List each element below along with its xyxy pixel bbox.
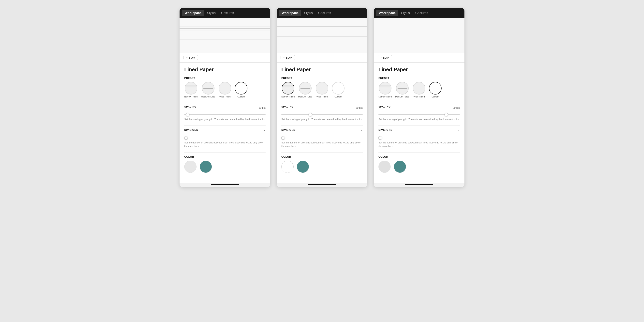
preset-narrow-label-3: Narrow Ruled [378,96,392,98]
preset-medium-3[interactable]: Medium Ruled [395,82,409,98]
page-title-2: Lined Paper [281,66,363,72]
preset-circle-custom-1 [235,82,248,94]
preview-line [276,36,368,37]
spacing-hint-3: Set the spacing of your grid. The units … [378,118,460,121]
divider-3a [378,102,460,102]
preset-circle-narrow-1 [185,82,197,94]
preview-line [180,37,270,37]
preset-wide-1[interactable]: Wide Ruled [218,82,231,98]
tab-gestures-2[interactable]: Gestures [316,10,334,16]
preset-label-1: PRESET [184,76,266,80]
spacing-slider-2[interactable] [281,114,363,115]
spacing-slider-container-3 [378,112,460,116]
back-button-3[interactable]: < Back [378,55,392,60]
divisions-value-1: 1 [264,130,266,132]
color-section-3: COLOR [378,155,460,173]
color-swatch-teal-1[interactable] [200,160,212,173]
spacing-slider-container-1 [184,112,266,116]
preset-narrow-1[interactable]: Narrow Ruled [184,82,198,98]
back-button-2[interactable]: < Back [280,55,295,60]
spacing-value-2: 30 pts [356,106,363,109]
preset-custom-1[interactable]: Custom [235,82,248,98]
divisions-label-1: DIVISIONS [184,128,198,132]
preset-narrow-label-2: Narrow Ruled [281,96,294,98]
color-label-1: COLOR [184,155,266,158]
spacing-header-3: SPACING 80 pts [378,105,460,110]
color-swatch-teal-2[interactable] [297,160,309,173]
divisions-slider-1[interactable] [184,138,266,138]
preview-line [276,26,368,27]
page-title-3: Lined Paper [378,66,460,72]
content-1: Lined Paper PRESET Narr [180,62,270,183]
preset-circle-narrow-2 [282,82,294,94]
divisions-hint-1: Set the number of divisions between main… [184,141,266,148]
divider-1a [184,102,266,102]
spacing-section-1: SPACING 10 pts Set the spacing of your g… [184,105,266,121]
preset-custom-label-2: Custom [334,96,342,98]
tab-workspace-1[interactable]: Workspace [182,10,204,16]
tab-workspace-2[interactable]: Workspace [279,10,301,16]
divider-2c [281,152,363,152]
color-swatch-teal-3[interactable] [394,160,406,173]
preset-medium-2[interactable]: Medium Ruled [298,82,312,98]
preview-line [276,20,368,20]
bottom-bar-3 [405,184,433,185]
back-section-3: < Back [374,53,464,62]
color-swatch-gray-3[interactable] [378,160,391,173]
panel-3: Workspace Stylus Gestures < Back Lined P… [374,8,464,187]
preview-line [276,30,368,30]
preset-section-1: PRESET Narrow Ruled [184,76,266,98]
divider-3c [378,152,460,152]
tab-stylus-3[interactable]: Stylus [398,10,412,16]
divisions-slider-container-3 [378,135,460,139]
back-button-1[interactable]: < Back [184,55,198,60]
bottom-bar-1 [211,184,239,185]
color-row-3 [378,160,460,173]
preset-circle-custom-3 [429,82,442,94]
preview-line [276,23,368,23]
tab-workspace-3[interactable]: Workspace [376,10,398,16]
preset-custom-label-1: Custom [237,96,245,98]
color-label-3: COLOR [378,155,460,158]
divisions-slider-3[interactable] [378,138,460,138]
preset-narrow-2[interactable]: Narrow Ruled [281,82,294,98]
page-title-1: Lined Paper [184,66,266,72]
spacing-slider-container-2 [281,112,363,116]
spacing-value-3: 80 pts [453,106,460,109]
preset-circle-medium-1 [202,82,214,94]
preset-medium-label-3: Medium Ruled [395,96,409,98]
spacing-label-3: SPACING [378,105,391,108]
preset-circle-wide-2 [316,82,328,94]
preset-custom-label-3: Custom [432,96,439,98]
preset-narrow-3[interactable]: Narrow Ruled [378,82,392,98]
spacing-slider-1[interactable] [184,114,266,115]
preset-wide-label-3: Wide Ruled [414,96,425,98]
divisions-slider-2[interactable] [281,138,363,138]
tab-stylus-1[interactable]: Stylus [204,10,218,16]
preset-circle-medium-3 [396,82,408,94]
tab-gestures-3[interactable]: Gestures [412,10,431,16]
preset-custom-2[interactable]: Custom [332,82,344,98]
tab-gestures-1[interactable]: Gestures [218,10,237,16]
divisions-label-2: DIVISIONS [281,128,295,132]
tab-bar-2: Workspace Stylus Gestures [276,8,368,18]
preset-medium-1[interactable]: Medium Ruled [201,82,215,98]
preview-line [180,24,270,24]
color-label-2: COLOR [281,155,363,158]
spacing-slider-3[interactable] [378,114,460,115]
preset-wide-3[interactable]: Wide Ruled [413,82,426,98]
preview-area-2 [276,18,368,53]
color-section-2: COLOR [281,155,363,173]
content-2: Lined Paper PRESET Narr [276,62,368,183]
preset-wide-2[interactable]: Wide Ruled [316,82,328,98]
color-swatch-light-1[interactable] [184,160,196,173]
preset-medium-label-1: Medium Ruled [201,96,215,98]
preview-line [180,30,270,31]
tab-stylus-2[interactable]: Stylus [301,10,316,16]
preview-line [374,20,464,20]
preset-custom-3[interactable]: Custom [429,82,442,98]
preset-circle-custom-2 [332,82,344,94]
divider-3b [378,126,460,126]
preset-wide-label-2: Wide Ruled [316,96,328,98]
color-swatch-white-2[interactable] [281,160,294,173]
